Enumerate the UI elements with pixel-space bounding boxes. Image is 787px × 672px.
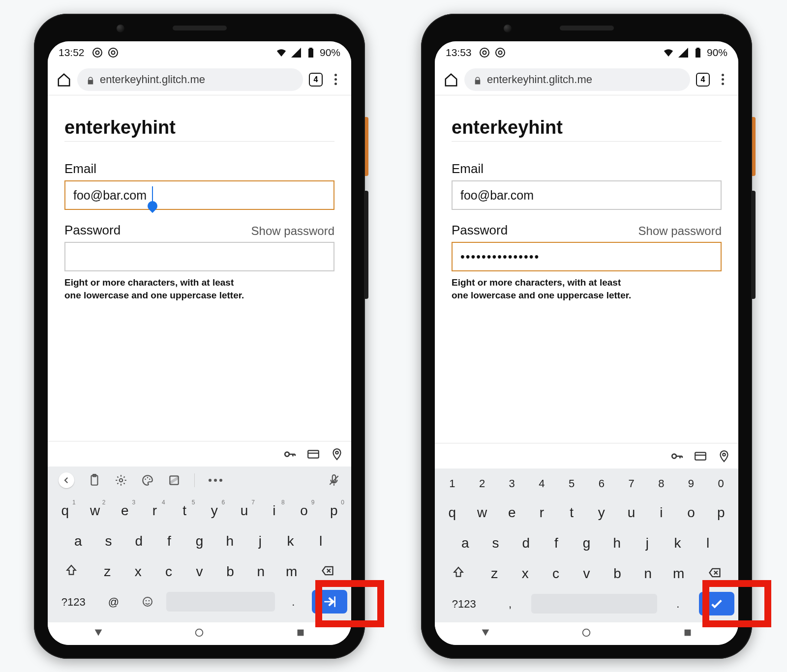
- period-key[interactable]: .: [278, 590, 309, 616]
- key-p[interactable]: p: [320, 497, 347, 525]
- key-c[interactable]: c: [155, 558, 182, 587]
- key-v[interactable]: v: [573, 560, 600, 589]
- key-w[interactable]: w: [469, 499, 496, 526]
- key-d[interactable]: d: [125, 527, 152, 555]
- gear-icon[interactable]: [115, 474, 127, 487]
- key-w[interactable]: w: [82, 497, 109, 525]
- tabs-button[interactable]: 4: [309, 73, 323, 87]
- key-c[interactable]: c: [542, 560, 570, 589]
- onehanded-icon[interactable]: [168, 474, 181, 487]
- symbols-key[interactable]: ?123: [52, 590, 95, 616]
- key-x[interactable]: x: [511, 560, 539, 589]
- show-password-link[interactable]: Show password: [638, 224, 722, 238]
- key-l[interactable]: l: [694, 529, 722, 557]
- overflow-menu-icon[interactable]: [716, 73, 729, 87]
- key-e[interactable]: e: [111, 497, 138, 525]
- emoji-key[interactable]: [132, 590, 163, 616]
- key-h[interactable]: h: [216, 527, 243, 555]
- key-9[interactable]: 9: [678, 471, 705, 496]
- location-icon[interactable]: [331, 448, 343, 461]
- key-l[interactable]: l: [307, 527, 334, 555]
- key-b[interactable]: b: [216, 558, 244, 587]
- shift-key[interactable]: [52, 558, 91, 587]
- address-bar[interactable]: enterkeyhint.glitch.me: [464, 68, 690, 91]
- key-g[interactable]: g: [573, 529, 601, 557]
- key-a[interactable]: a: [452, 529, 479, 557]
- key-r[interactable]: r: [141, 497, 168, 525]
- email-field[interactable]: [64, 180, 334, 210]
- nav-back-icon[interactable]: [93, 627, 104, 640]
- key-z[interactable]: z: [93, 558, 121, 587]
- at-key[interactable]: @: [98, 590, 129, 616]
- key-p[interactable]: p: [707, 499, 734, 526]
- key-k[interactable]: k: [664, 529, 692, 557]
- tabs-button[interactable]: 4: [696, 73, 710, 87]
- space-key[interactable]: [531, 594, 657, 614]
- key-j[interactable]: j: [246, 527, 274, 555]
- key-x[interactable]: x: [124, 558, 151, 587]
- palette-icon[interactable]: [141, 474, 154, 487]
- key-o[interactable]: o: [678, 499, 705, 526]
- shift-key[interactable]: [439, 560, 478, 589]
- key-icon[interactable]: [670, 450, 683, 463]
- key-s[interactable]: s: [95, 527, 122, 555]
- key-6[interactable]: 6: [588, 471, 615, 496]
- home-icon[interactable]: [57, 72, 71, 87]
- backspace-key[interactable]: [308, 558, 347, 587]
- key-y[interactable]: y: [201, 497, 228, 525]
- key-n[interactable]: n: [634, 560, 662, 589]
- key-e[interactable]: e: [498, 499, 525, 526]
- enter-next-key[interactable]: [312, 590, 347, 614]
- key-d[interactable]: d: [512, 529, 540, 557]
- comma-key[interactable]: ,: [492, 592, 528, 616]
- more-icon[interactable]: [209, 479, 222, 482]
- key-b[interactable]: b: [604, 560, 631, 589]
- key-t[interactable]: t: [558, 499, 585, 526]
- show-password-link[interactable]: Show password: [251, 224, 334, 238]
- key-f[interactable]: f: [543, 529, 570, 557]
- key-g[interactable]: g: [186, 527, 213, 555]
- home-icon[interactable]: [444, 72, 458, 87]
- key-r[interactable]: r: [528, 499, 555, 526]
- key-4[interactable]: 4: [528, 471, 555, 496]
- overflow-menu-icon[interactable]: [329, 73, 342, 87]
- key-a[interactable]: a: [64, 527, 92, 555]
- key-t[interactable]: t: [171, 497, 198, 525]
- key-i[interactable]: i: [261, 497, 288, 525]
- nav-home-icon[interactable]: [581, 627, 592, 640]
- key-m[interactable]: m: [665, 560, 693, 589]
- key-8[interactable]: 8: [648, 471, 675, 496]
- key-z[interactable]: z: [481, 560, 508, 589]
- key-v[interactable]: v: [185, 558, 213, 587]
- key-1[interactable]: 1: [439, 471, 466, 496]
- key-n[interactable]: n: [247, 558, 274, 587]
- address-bar[interactable]: enterkeyhint.glitch.me: [77, 68, 303, 91]
- key-7[interactable]: 7: [618, 471, 645, 496]
- key-q[interactable]: q: [52, 497, 79, 525]
- key-i[interactable]: i: [648, 499, 675, 526]
- nav-home-icon[interactable]: [194, 627, 205, 640]
- space-key[interactable]: [166, 592, 275, 612]
- key-2[interactable]: 2: [469, 471, 496, 496]
- email-field[interactable]: [452, 180, 722, 210]
- key-icon[interactable]: [283, 448, 296, 461]
- password-field[interactable]: [452, 242, 722, 271]
- key-h[interactable]: h: [603, 529, 631, 557]
- location-icon[interactable]: [718, 450, 730, 463]
- key-m[interactable]: m: [278, 558, 305, 587]
- key-3[interactable]: 3: [498, 471, 525, 496]
- key-u[interactable]: u: [618, 499, 645, 526]
- nav-back-icon[interactable]: [480, 627, 491, 640]
- key-y[interactable]: y: [588, 499, 615, 526]
- clipboard-icon[interactable]: [88, 474, 101, 487]
- enter-done-key[interactable]: [699, 592, 734, 615]
- password-field[interactable]: [64, 242, 334, 271]
- key-j[interactable]: j: [634, 529, 661, 557]
- key-o[interactable]: o: [291, 497, 318, 525]
- key-s[interactable]: s: [482, 529, 510, 557]
- key-f[interactable]: f: [155, 527, 183, 555]
- card-icon[interactable]: [307, 448, 320, 461]
- key-k[interactable]: k: [277, 527, 304, 555]
- mic-off-icon[interactable]: [328, 474, 340, 487]
- nav-recent-icon[interactable]: [682, 627, 693, 640]
